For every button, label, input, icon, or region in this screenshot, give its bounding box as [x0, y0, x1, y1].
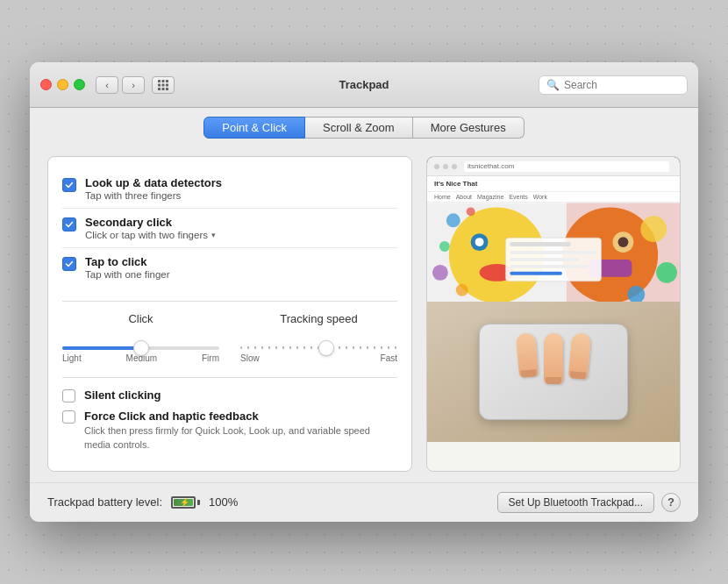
click-slider-thumb[interactable] — [133, 340, 149, 356]
tracking-slider-thumb[interactable] — [318, 340, 334, 356]
option-lookup-text: Look up & data detectors Tap with three … — [85, 176, 222, 201]
option-tap-to-click: Tap to click Tap with one finger — [62, 247, 397, 287]
tracking-slider-marks: Slow Fast — [240, 353, 397, 363]
svg-rect-31 — [510, 265, 588, 268]
preview-trackpad-area — [427, 302, 680, 442]
browser-bar: itsnicethat.com — [427, 157, 680, 176]
setup-bluetooth-button[interactable]: Set Up Bluetooth Trackpad... — [497, 492, 654, 513]
svg-rect-30 — [510, 258, 579, 261]
svg-point-15 — [467, 207, 475, 216]
search-input[interactable] — [564, 79, 680, 91]
checkbox-lookup[interactable] — [62, 178, 76, 192]
click-slider-fill — [62, 346, 141, 350]
option-silent-clicking-text: Silent clicking — [84, 388, 161, 402]
svg-point-16 — [439, 241, 450, 252]
website-header: It's Nice That — [427, 176, 680, 192]
click-slider-label: Click — [62, 312, 219, 325]
tab-bar: Point & Click Scroll & Zoom More Gesture… — [30, 108, 698, 146]
battery-lightning-icon: ⚡ — [174, 498, 195, 507]
svg-point-24 — [640, 216, 667, 242]
website-art — [427, 203, 680, 302]
battery-tip — [197, 500, 200, 505]
preview-website-area: itsnicethat.com It's Nice That Home Abou… — [427, 157, 680, 302]
option-secondary-click-text: Secondary click Click or tap with two fi… — [85, 216, 216, 240]
tracking-slider-group: Tracking speed Slow Fast — [240, 312, 397, 363]
svg-rect-5 — [166, 83, 168, 86]
grid-button[interactable] — [152, 76, 175, 94]
website-nav: Home About Magazine Events Work — [427, 192, 680, 203]
left-panel: Look up & data detectors Tap with three … — [47, 156, 412, 472]
browser-dot-3 — [452, 164, 457, 169]
browser-url-bar: itsnicethat.com — [464, 161, 669, 172]
status-bar: Trackpad battery level: ⚡ 100% Set Up Bl… — [30, 482, 698, 522]
svg-rect-4 — [162, 83, 165, 86]
click-slider-track[interactable] — [62, 346, 219, 350]
preview-website: It's Nice That Home About Magazine Event… — [427, 176, 680, 302]
trackpad-container — [427, 302, 680, 442]
finger-1 — [516, 332, 539, 378]
grid-icon — [158, 80, 168, 90]
battery-label: Trackpad battery level: — [47, 495, 162, 509]
svg-point-12 — [475, 238, 484, 246]
sliders-section: Click Light Medium Firm Tr — [62, 301, 397, 363]
svg-rect-2 — [166, 80, 168, 82]
checkbox-silent-clicking[interactable] — [62, 389, 75, 402]
svg-point-18 — [456, 284, 468, 296]
option-force-click-text: Force Click and haptic feedback Click th… — [84, 410, 397, 452]
minimize-button[interactable] — [57, 79, 68, 90]
preview-panel: itsnicethat.com It's Nice That Home Abou… — [426, 156, 681, 472]
close-button[interactable] — [40, 79, 52, 90]
checkbox-secondary-click[interactable] — [62, 217, 76, 231]
status-bar-right: Set Up Bluetooth Trackpad... ? — [497, 492, 681, 513]
forward-button[interactable]: › — [122, 76, 145, 94]
svg-rect-29 — [510, 251, 596, 254]
svg-rect-0 — [158, 80, 161, 82]
option-lookup-label: Look up & data detectors — [85, 176, 222, 189]
tracking-slider-label: Tracking speed — [240, 312, 397, 325]
option-secondary-click-sublabel: Click or tap with two fingers ▾ — [85, 230, 216, 240]
svg-rect-8 — [166, 88, 168, 90]
svg-rect-32 — [510, 272, 562, 275]
svg-rect-28 — [510, 242, 571, 246]
trackpad-device — [479, 324, 628, 420]
option-tap-to-click-text: Tap to click Tap with one finger — [85, 255, 170, 280]
tab-point-click[interactable]: Point & Click — [203, 117, 305, 139]
search-icon: 🔍 — [546, 79, 560, 91]
maximize-button[interactable] — [74, 79, 85, 90]
art-svg — [427, 203, 680, 302]
option-tap-to-click-label: Tap to click — [85, 255, 170, 268]
tab-more-gestures[interactable]: More Gestures — [413, 117, 525, 139]
force-click-sublabel: Click then press firmly for Quick Look, … — [84, 424, 397, 452]
secondary-click-dropdown-arrow[interactable]: ▾ — [211, 231, 216, 239]
main-window: ‹ › Trackpad 🔍 P — [30, 62, 698, 522]
browser-dot-1 — [434, 164, 439, 169]
checkmark-icon — [65, 181, 74, 189]
svg-rect-7 — [162, 88, 165, 90]
option-lookup-sublabel: Tap with three fingers — [85, 190, 222, 201]
window-title: Trackpad — [339, 78, 389, 91]
svg-rect-1 — [162, 80, 165, 82]
tracking-slider-track[interactable] — [240, 346, 397, 349]
checkmark-icon-2 — [65, 220, 74, 229]
finger-2 — [544, 333, 563, 384]
title-bar: ‹ › Trackpad 🔍 — [30, 62, 698, 108]
svg-point-17 — [432, 265, 448, 281]
svg-rect-3 — [158, 83, 161, 86]
option-lookup: Look up & data detectors Tap with three … — [62, 169, 397, 208]
svg-point-14 — [446, 213, 460, 227]
battery-icon: ⚡ — [171, 496, 200, 509]
option-silent-clicking: Silent clicking — [62, 388, 397, 402]
battery-body: ⚡ — [171, 496, 196, 509]
help-button[interactable]: ? — [661, 493, 681, 512]
checkbox-tap-to-click[interactable] — [62, 257, 76, 271]
option-tap-to-click-sublabel: Tap with one finger — [85, 269, 170, 280]
checkbox-force-click[interactable] — [62, 410, 75, 424]
traffic-lights — [40, 79, 85, 90]
tab-scroll-zoom[interactable]: Scroll & Zoom — [305, 117, 413, 139]
browser-dot-2 — [443, 164, 448, 169]
search-box[interactable]: 🔍 — [539, 75, 688, 95]
click-slider-group: Click Light Medium Firm — [62, 312, 219, 363]
back-button[interactable]: ‹ — [96, 76, 118, 94]
main-content: Look up & data detectors Tap with three … — [30, 146, 698, 482]
svg-point-25 — [656, 262, 677, 283]
